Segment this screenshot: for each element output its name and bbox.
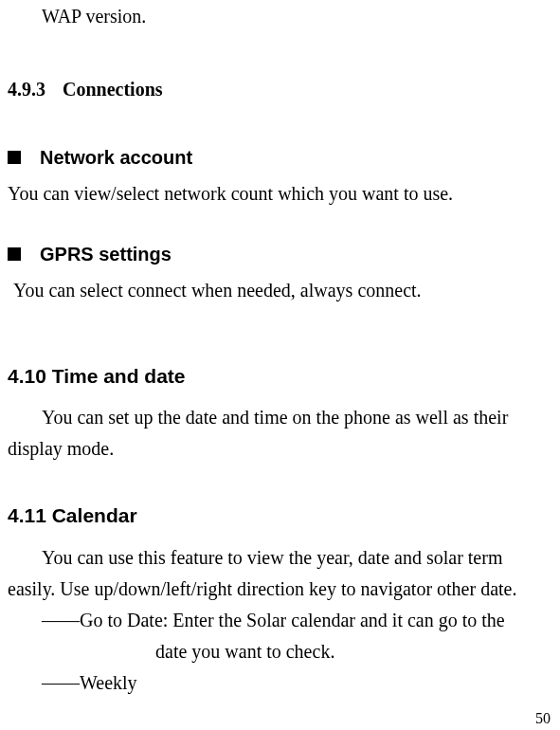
section-4-9-3-heading: 4.9.3Connections	[8, 77, 552, 101]
section-title: Connections	[63, 79, 163, 100]
document-page: WAP version. 4.9.3Connections Network ac…	[0, 3, 560, 730]
section-4-10-body-line2: display mode.	[8, 433, 551, 465]
section-4-10-body-line1: You can set up the date and time on the …	[8, 402, 551, 433]
heading-text: Network account	[40, 145, 192, 170]
section-number: 4.9.3	[8, 77, 45, 101]
gprs-settings-body: You can select connect when needed, alwa…	[13, 276, 552, 304]
section-4-10-heading: 4.10 Time and date	[8, 363, 552, 389]
section-4-11-body-line1: You can use this feature to view the yea…	[8, 542, 551, 574]
heading-text: GPRS settings	[40, 242, 172, 266]
square-bullet-icon	[8, 247, 21, 261]
network-account-heading: Network account	[8, 145, 552, 170]
go-to-date-line1: ――Go to Date: Enter the Solar calendar a…	[42, 605, 547, 636]
section-4-11-heading: 4.11 Calendar	[8, 502, 552, 528]
network-account-body: You can view/select network count which …	[8, 179, 552, 208]
weekly-line: ――Weekly	[42, 667, 547, 699]
gprs-settings-heading: GPRS settings	[8, 242, 552, 266]
section-4-11-body-line2: easily. Use up/down/left/right direction…	[8, 574, 551, 605]
go-to-date-line2: date you want to check.	[155, 636, 552, 667]
square-bullet-icon	[8, 151, 21, 164]
top-fragment-text: WAP version.	[42, 3, 552, 29]
page-number: 50	[535, 710, 551, 727]
